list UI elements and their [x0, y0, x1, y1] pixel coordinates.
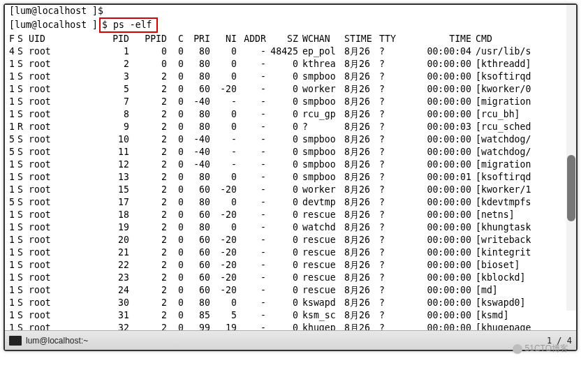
cell-s: S: [17, 196, 29, 209]
cell-cmd: [netns]: [471, 209, 531, 221]
cell-ni: -20: [210, 246, 237, 259]
cell-tty: ?: [375, 171, 402, 184]
cell-ni: 0: [210, 221, 237, 234]
cell-pid: 17: [100, 196, 129, 209]
cell-ppid: 2: [129, 309, 167, 322]
cell-f: 1: [9, 246, 17, 259]
cell-ppid: 2: [129, 158, 167, 171]
cell-stime: 8月26: [340, 58, 375, 71]
col-stime: STIME: [340, 33, 375, 45]
cell-sz: 0: [266, 221, 298, 234]
cell-sz: 0: [266, 158, 298, 171]
cell-s: S: [17, 234, 29, 246]
process-row: 1Sroot320800-0smpboo8月26?00:00:00[ksofti…: [9, 71, 531, 83]
cell-ni: 19: [210, 322, 237, 330]
cell-c: 0: [167, 196, 184, 209]
cell-time: 00:00:03: [402, 121, 471, 133]
cell-time: 00:00:00: [402, 272, 471, 284]
cell-c: 0: [167, 221, 184, 234]
process-row: 1Sroot3120855-0ksm_sc8月26?00:00:00[ksmd]: [9, 309, 531, 322]
cell-wchan: smpboo: [298, 158, 340, 171]
cell-ni: -20: [210, 234, 237, 246]
cell-addr: -: [237, 234, 266, 246]
scrollbar-track[interactable]: [566, 5, 576, 311]
cell-cmd: [rcu_bh]: [471, 108, 531, 121]
cell-stime: 8月26: [340, 284, 375, 297]
cell-uid: root: [29, 221, 100, 234]
cell-uid: root: [29, 322, 100, 330]
cell-c: 0: [167, 96, 184, 108]
cell-s: S: [17, 133, 29, 146]
cell-addr: -: [237, 71, 266, 83]
cell-ppid: 2: [129, 297, 167, 309]
cell-pid: 30: [100, 297, 129, 309]
cell-pri: 99: [184, 322, 210, 330]
cell-ppid: 0: [129, 45, 167, 58]
process-row: 1Sroot182060-20-0rescue8月26?00:00:00[net…: [9, 209, 531, 221]
cell-time: 00:00:00: [402, 158, 471, 171]
cell-sz: 0: [266, 246, 298, 259]
command-highlight: $ ps -elf: [99, 17, 157, 33]
cell-addr: -: [237, 184, 266, 196]
process-row: 1Sroot152060-20-0worker8月26?00:00:00[kwo…: [9, 184, 531, 196]
scrollbar-thumb[interactable]: [567, 155, 575, 221]
cell-ni: -: [210, 96, 237, 108]
cell-sz: 0: [266, 297, 298, 309]
cell-wchan: devtmp: [298, 196, 340, 209]
cell-ni: -20: [210, 284, 237, 297]
cell-pid: 11: [100, 146, 129, 158]
cell-addr: -: [237, 322, 266, 330]
cell-stime: 8月26: [340, 309, 375, 322]
cell-time: 00:00:00: [402, 234, 471, 246]
terminal-icon: [9, 336, 22, 346]
cell-wchan: rcu_gp: [298, 108, 340, 121]
cell-ni: 0: [210, 171, 237, 184]
cell-c: 0: [167, 309, 184, 322]
cell-pid: 22: [100, 259, 129, 272]
cell-tty: ?: [375, 146, 402, 158]
cell-s: S: [17, 284, 29, 297]
cell-c: 0: [167, 322, 184, 330]
cell-ppid: 2: [129, 146, 167, 158]
cell-time: 00:00:04: [402, 45, 471, 58]
cell-s: S: [17, 272, 29, 284]
cell-pid: 9: [100, 121, 129, 133]
cell-cmd: [kdevtmpfs: [471, 196, 531, 209]
cell-c: 0: [167, 121, 184, 133]
cell-s: S: [17, 221, 29, 234]
cell-ni: 0: [210, 121, 237, 133]
cell-sz: 0: [266, 322, 298, 330]
cell-cmd: [watchdog/: [471, 146, 531, 158]
cell-stime: 8月26: [340, 196, 375, 209]
cell-wchan: khugep: [298, 322, 340, 330]
cell-cmd: [kworker/1: [471, 184, 531, 196]
watermark-icon: [513, 344, 522, 354]
cell-tty: ?: [375, 71, 402, 83]
cell-ppid: 2: [129, 133, 167, 146]
cell-cmd: [ksoftirqd: [471, 71, 531, 83]
cell-uid: root: [29, 133, 100, 146]
cell-stime: 8月26: [340, 158, 375, 171]
cell-uid: root: [29, 71, 100, 83]
cell-f: 1: [9, 71, 17, 83]
cell-ppid: 2: [129, 246, 167, 259]
terminal-body[interactable]: [lum@localhost ]$ [lum@localhost ] $ ps …: [5, 5, 576, 330]
cell-sz: 0: [266, 71, 298, 83]
cell-s: S: [17, 146, 29, 158]
cell-time: 00:00:00: [402, 209, 471, 221]
cell-uid: root: [29, 297, 100, 309]
cell-tty: ?: [375, 45, 402, 58]
cell-pri: 80: [184, 196, 210, 209]
col-tty: TTY: [375, 33, 402, 45]
cell-wchan: worker: [298, 83, 340, 96]
process-row: 1Sroot222060-20-0rescue8月26?00:00:00[bio…: [9, 259, 531, 272]
cell-sz: 0: [266, 96, 298, 108]
cell-addr: -: [237, 196, 266, 209]
cell-pri: 60: [184, 234, 210, 246]
col-pid: PID: [100, 33, 129, 45]
cell-wchan: ?: [298, 121, 340, 133]
cell-pid: 10: [100, 133, 129, 146]
cell-c: 0: [167, 171, 184, 184]
cell-wchan: ksm_sc: [298, 309, 340, 322]
cell-tty: ?: [375, 259, 402, 272]
